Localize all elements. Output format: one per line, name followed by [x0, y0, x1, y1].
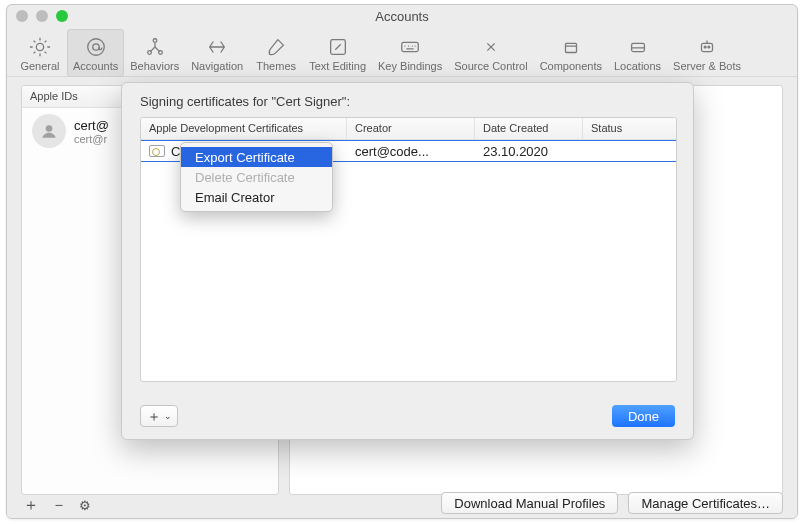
tab-label: Accounts [73, 60, 118, 72]
manage-certificates-button[interactable]: Manage Certificates… [628, 492, 783, 514]
tab-behaviors[interactable]: Behaviors [124, 29, 185, 77]
arrows-icon [205, 35, 229, 59]
cert-creator: cert@code... [347, 141, 475, 161]
done-button[interactable]: Done [612, 405, 675, 427]
apple-id-text: cert@ cert@r [74, 118, 109, 145]
sidebar-footer: ＋ － ⚙︎ [23, 492, 91, 518]
tab-components[interactable]: Components [534, 29, 608, 77]
cert-date: 23.10.2020 [475, 141, 583, 161]
svg-rect-7 [402, 42, 419, 51]
tab-label: Key Bindings [378, 60, 442, 72]
menu-email-creator[interactable]: Email Creator [181, 187, 332, 207]
pencil-icon [326, 35, 350, 59]
tab-source-control[interactable]: Source Control [448, 29, 533, 77]
svg-point-13 [46, 125, 53, 132]
chevron-down-icon: ⌄ [164, 411, 172, 421]
tab-label: Locations [614, 60, 661, 72]
download-profiles-button[interactable]: Download Manual Profiles [441, 492, 618, 514]
robot-icon [695, 35, 719, 59]
signing-certificates-sheet: Signing certificates for "Cert Signer": … [121, 82, 694, 440]
menu-delete-certificate: Delete Certificate [181, 167, 332, 187]
at-icon [84, 35, 108, 59]
tab-server-bots[interactable]: Server & Bots [667, 29, 747, 77]
col-status[interactable]: Status [583, 118, 676, 139]
nodes-icon [143, 35, 167, 59]
svg-point-2 [92, 43, 98, 49]
add-certificate-button[interactable]: ＋ ⌄ [140, 405, 178, 427]
remove-account-button[interactable]: － [51, 495, 67, 516]
tab-label: Themes [256, 60, 296, 72]
svg-point-12 [708, 46, 710, 48]
zoom-window-button[interactable] [56, 10, 68, 22]
package-icon [559, 35, 583, 59]
brush-icon [264, 35, 288, 59]
col-creator[interactable]: Creator [347, 118, 475, 139]
tab-locations[interactable]: Locations [608, 29, 667, 77]
preferences-toolbar: General Accounts Behaviors Navigation Th… [7, 27, 797, 77]
close-window-button[interactable] [16, 10, 28, 22]
svg-point-11 [704, 46, 706, 48]
tab-label: General [20, 60, 59, 72]
plus-icon: ＋ [147, 409, 161, 423]
account-detail-line: cert@r [74, 133, 109, 145]
add-account-button[interactable]: ＋ [23, 495, 39, 516]
sheet-title: Signing certificates for "Cert Signer": [122, 83, 693, 117]
tab-themes[interactable]: Themes [249, 29, 303, 77]
tab-text-editing[interactable]: Text Editing [303, 29, 372, 77]
svg-point-0 [36, 43, 43, 50]
keyboard-icon [398, 35, 422, 59]
table-header: Apple Development Certificates Creator D… [141, 118, 676, 140]
menu-export-certificate[interactable]: Export Certificate [181, 147, 332, 167]
svg-point-3 [153, 38, 157, 42]
sheet-footer: ＋ ⌄ Done [140, 405, 675, 427]
tab-accounts[interactable]: Accounts [67, 29, 124, 77]
branch-icon [479, 35, 503, 59]
tab-key-bindings[interactable]: Key Bindings [372, 29, 448, 77]
tab-general[interactable]: General [13, 29, 67, 77]
tab-label: Behaviors [130, 60, 179, 72]
tab-label: Text Editing [309, 60, 366, 72]
tab-label: Navigation [191, 60, 243, 72]
svg-rect-8 [565, 43, 576, 52]
account-email-line: cert@ [74, 118, 109, 133]
account-settings-button[interactable]: ⚙︎ [79, 498, 91, 513]
tab-navigation[interactable]: Navigation [185, 29, 249, 77]
cert-status [583, 141, 676, 161]
certificate-context-menu: Export Certificate Delete Certificate Em… [180, 142, 333, 212]
titlebar: Accounts [7, 5, 797, 27]
window-controls [16, 10, 68, 22]
col-date-created[interactable]: Date Created [475, 118, 583, 139]
tab-label: Source Control [454, 60, 527, 72]
avatar-icon [32, 114, 66, 148]
main-footer: Download Manual Profiles Manage Certific… [441, 492, 783, 514]
window-title: Accounts [375, 9, 428, 24]
minimize-window-button[interactable] [36, 10, 48, 22]
certificate-icon [149, 145, 165, 157]
svg-rect-10 [702, 43, 713, 51]
gear-icon [28, 35, 52, 59]
col-cert[interactable]: Apple Development Certificates [141, 118, 347, 139]
tab-label: Server & Bots [673, 60, 741, 72]
svg-point-1 [87, 38, 104, 55]
drive-icon [626, 35, 650, 59]
tab-label: Components [540, 60, 602, 72]
